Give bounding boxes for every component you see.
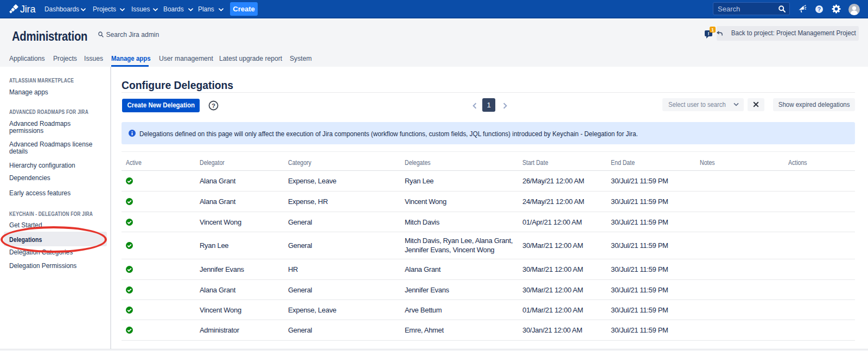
svg-text:1: 1	[711, 27, 714, 33]
svg-text:!: !	[708, 31, 710, 36]
svg-text:?: ?	[212, 103, 215, 109]
svg-text:?: ?	[818, 6, 821, 12]
